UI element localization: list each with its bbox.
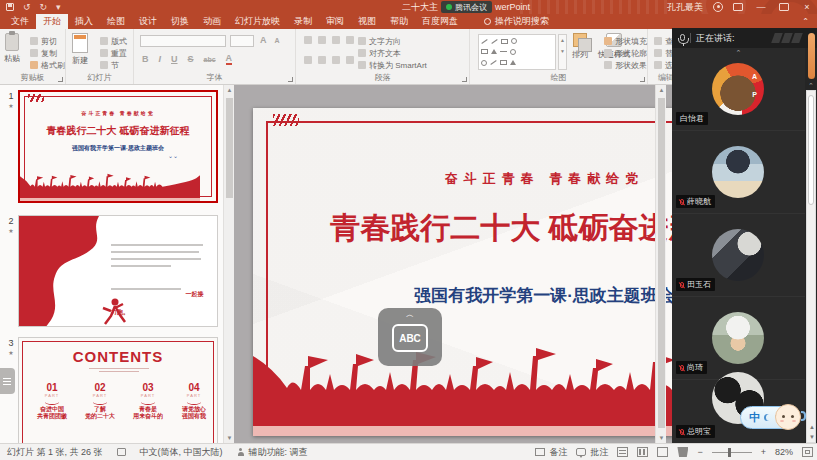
indent-increase-icon[interactable] [346,36,354,44]
ribbon-display-options-icon[interactable] [733,3,743,11]
align-right-icon[interactable] [332,56,340,64]
triangle-shape-icon[interactable] [491,49,497,54]
tab-review[interactable]: 审阅 [319,14,351,29]
participant-tile[interactable]: ⌃ A P 白怡君 [672,48,805,131]
thumbnail-scrollbar[interactable]: ▲ ▼ [223,85,234,443]
numbering-icon[interactable] [318,36,326,44]
account-user-name[interactable]: 孔孔最美 [667,1,703,14]
maximize-button[interactable] [779,3,789,11]
font-name-combobox[interactable] [140,35,226,47]
underline-button[interactable]: U [171,54,178,64]
tab-animations[interactable]: 动画 [196,14,228,29]
slide-thumbnail-2[interactable]: 一起接力跑。 [18,215,218,327]
tell-me-search[interactable]: 操作说明搜索 [477,14,556,29]
italic-button[interactable]: I [159,54,162,64]
notes-toggle[interactable]: 备注 [535,446,567,459]
text-direction-button[interactable]: 文字方向 [358,36,401,46]
scrollbar-thumb[interactable] [808,95,814,205]
shrink-font-icon[interactable]: A [275,37,280,44]
drawing-dialog-launcher-icon[interactable] [640,77,645,82]
tab-help[interactable]: 帮助 [383,14,415,29]
tencent-meeting-mini-window[interactable]: 腾讯会议 [441,1,492,13]
scrollbar-thumb[interactable] [658,98,665,428]
tab-home[interactable]: 开始 [36,14,68,29]
ime-toolbar[interactable]: 中 [740,406,798,429]
scroll-down-icon[interactable]: ▼ [224,435,235,441]
clipboard-dialog-launcher-icon[interactable] [58,77,63,82]
language-status[interactable]: 中文(简体, 中国大陆) [140,446,223,459]
chevron-up-icon[interactable]: ⌃ [807,82,815,90]
scroll-up-icon[interactable]: ▲ [807,424,817,430]
format-painter-button[interactable]: 格式刷 [30,60,65,70]
undo-icon[interactable]: ↺ [23,1,31,13]
zoom-in-button[interactable]: + [761,447,766,457]
zoom-percentage[interactable]: 82% [775,447,793,457]
tab-slideshow[interactable]: 幻灯片放映 [228,14,287,29]
line-shape-icon[interactable] [481,39,487,44]
section-button[interactable]: 节 [100,60,119,70]
meeting-panel-scrollbar[interactable]: ▲ ▼ [806,90,816,443]
main-vertical-scrollbar[interactable]: ▲ ▼ [655,85,666,443]
close-button[interactable]: × [799,2,815,12]
participant-tile[interactable]: 薛晓航 [672,131,805,214]
shape-effects-button[interactable]: 形状效果 [604,60,647,70]
collapse-ribbon-icon[interactable]: ⌃ [802,17,809,26]
ime-mode-indicator[interactable]: 中 [749,410,760,425]
slideshow-view-button[interactable] [677,447,688,457]
accessibility-status[interactable]: 辅助功能: 调查 [237,446,308,459]
layout-button[interactable]: 版式 [100,36,127,46]
account-avatar-icon[interactable] [713,2,723,12]
indent-decrease-icon[interactable] [332,36,340,44]
participant-tile[interactable]: 田玉石 [672,214,805,297]
ime-emoji-face-icon[interactable] [775,404,801,430]
zoom-slider-thumb[interactable] [728,448,731,457]
scroll-down-icon[interactable]: ▼ [656,435,667,441]
bold-button[interactable]: B [142,54,149,64]
shapes-gallery-scrollbar[interactable]: ▲▼ [558,34,567,70]
ime-keyboard-indicator-overlay[interactable]: ︿ ABC [378,308,442,366]
comments-toggle[interactable]: 批注 [576,446,608,459]
redo-icon[interactable]: ↻ [40,1,48,13]
scroll-down-icon[interactable]: ▼ [807,434,817,440]
tab-transitions[interactable]: 切换 [164,14,196,29]
slide-thumbnail-1[interactable]: 奋斗正青春 青春献给党 青春践行二十大 砥砺奋进新征程 强国有我开学第一课·思政… [18,90,218,203]
convert-smartart-button[interactable]: 转换为 SmartArt [358,60,427,70]
tab-view[interactable]: 视图 [351,14,383,29]
chevron-up-icon[interactable]: ⌃ [672,49,805,57]
paste-button[interactable]: 粘贴 [4,33,20,64]
font-dialog-launcher-icon[interactable] [288,77,293,82]
triangle-shape-icon[interactable] [510,60,516,65]
participant-tile[interactable]: 尚琦 [672,297,805,380]
tab-baidu-netdisk[interactable]: 百度网盘 [415,14,465,29]
font-size-combobox[interactable] [230,35,254,47]
tab-draw[interactable]: 绘图 [100,14,132,29]
tab-design[interactable]: 设计 [132,14,164,29]
shape-fill-button[interactable]: 形状填充 [604,36,647,46]
normal-view-button[interactable] [617,447,628,457]
align-left-icon[interactable] [304,56,312,64]
copy-button[interactable]: 复制 [30,48,57,58]
fit-slide-to-window-button[interactable] [802,447,813,457]
paragraph-dialog-launcher-icon[interactable] [462,77,467,82]
curve-shape-icon[interactable] [490,60,496,65]
reset-button[interactable]: 重置 [100,48,127,58]
reading-view-button[interactable] [657,447,668,457]
tab-file[interactable]: 文件 [4,14,36,29]
font-color-button[interactable]: A [226,53,233,65]
minimize-button[interactable]: — [753,2,769,12]
slide-thumbnail-3[interactable]: CONTENTS 01 PART 奋进中国 共青团团徽 02 PART 了解 党… [18,337,218,449]
rectangle-shape-icon[interactable] [481,49,488,54]
strikethrough-button[interactable]: S [188,54,194,64]
cut-button[interactable]: 剪切 [30,36,57,46]
arrow-shape-icon[interactable] [500,51,507,52]
line-shape-icon[interactable] [491,39,497,44]
clear-format-icon[interactable]: abc [204,56,216,63]
align-text-button[interactable]: 对齐文本 [358,48,401,58]
bullets-icon[interactable] [304,36,312,44]
arrange-button[interactable]: 排列 [572,33,588,60]
zoom-slider[interactable] [712,452,752,453]
rectangle-shape-icon[interactable] [501,39,508,44]
ellipse-shape-icon[interactable] [510,49,516,55]
ellipse-shape-icon[interactable] [481,60,487,66]
scroll-up-icon[interactable]: ▲ [656,87,667,93]
